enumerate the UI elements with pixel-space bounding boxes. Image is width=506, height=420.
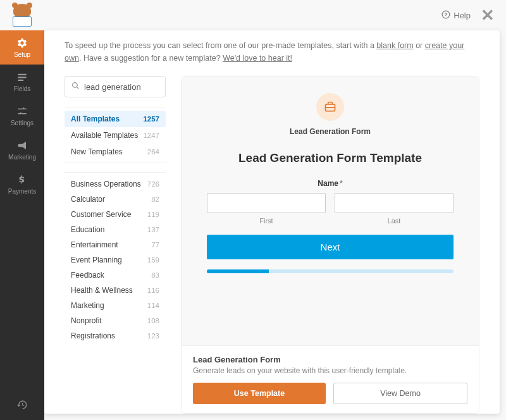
category-count: 82: [151, 195, 159, 203]
blank-form-link[interactable]: blank form: [376, 41, 413, 50]
close-button[interactable]: ✕: [481, 7, 495, 23]
category-label: Health & Wellness: [71, 286, 133, 295]
category-label: Education: [71, 225, 104, 234]
template-badge-label: Lead Generation Form: [290, 127, 371, 136]
category-item[interactable]: Nonprofit108: [65, 313, 166, 328]
fields-icon: [16, 71, 28, 83]
category-item[interactable]: Health & Wellness116: [65, 283, 166, 298]
category-count: 726: [147, 180, 159, 188]
sidebar-item-fields[interactable]: Fields: [0, 65, 44, 99]
svg-point-4: [73, 83, 78, 88]
sidebar-item-label: Settings: [11, 120, 34, 127]
preview-footer-title: Lead Generation Form: [193, 355, 467, 364]
category-label: Calculator: [71, 195, 105, 204]
question-icon: [441, 10, 450, 21]
last-name-input: [335, 193, 454, 213]
megaphone-icon: [16, 139, 28, 152]
topbar: Help ✕: [44, 0, 506, 30]
template-badge-icon: [316, 93, 344, 121]
sidebar-history-button[interactable]: [0, 392, 44, 420]
sidebar-item-settings[interactable]: Settings: [0, 99, 44, 133]
template-title: Lead Generation Form Template: [238, 151, 422, 165]
category-label: Business Operations: [71, 180, 141, 188]
first-name-input: [207, 193, 326, 213]
filter-new-templates[interactable]: New Templates 264: [65, 144, 166, 160]
category-item[interactable]: Marketing114: [65, 298, 166, 313]
category-item[interactable]: Business Operations726: [65, 176, 166, 192]
category-count: 159: [147, 256, 159, 264]
sidebar-item-marketing[interactable]: Marketing: [0, 133, 44, 167]
filter-available-templates[interactable]: Available Templates 1247: [65, 127, 166, 144]
sidebar-item-payments[interactable]: Payments: [0, 167, 44, 201]
svg-rect-1: [18, 77, 27, 78]
field-label: Name*: [318, 179, 342, 188]
category-item[interactable]: Customer Service119: [65, 207, 166, 222]
category-label: Entertainment: [71, 240, 118, 249]
briefcase-icon: [324, 101, 336, 113]
history-icon: [16, 399, 28, 413]
svg-rect-0: [18, 74, 27, 75]
help-label: Help: [454, 11, 471, 20]
search-box[interactable]: [65, 76, 166, 97]
category-count: 83: [151, 271, 159, 279]
progress-bar: [207, 269, 454, 273]
filter-all-templates[interactable]: All Templates 1257: [65, 111, 166, 127]
category-label: Customer Service: [71, 210, 131, 219]
dollar-icon: [16, 173, 28, 186]
intro-text: To speed up the process you can select f…: [44, 30, 500, 71]
category-item[interactable]: Education137: [65, 222, 166, 237]
use-template-button[interactable]: Use Template: [193, 383, 326, 404]
filter-label: New Templates: [71, 147, 123, 156]
category-item[interactable]: Event Planning159: [65, 252, 166, 268]
category-item[interactable]: Calculator82: [65, 192, 166, 207]
category-count: 137: [147, 226, 159, 233]
sidebar-item-label: Payments: [8, 188, 36, 195]
category-count: 123: [147, 332, 159, 340]
templates-sidebar: All Templates 1257 Available Templates 1…: [65, 76, 166, 414]
category-count: 116: [147, 287, 159, 294]
template-preview: Lead Generation Form Lead Generation For…: [181, 76, 479, 414]
sliders-icon: [16, 105, 28, 118]
sidebar-item-label: Fields: [14, 85, 31, 92]
category-label: Marketing: [71, 301, 104, 310]
category-label: Feedback: [71, 271, 104, 280]
sidebar: Setup Fields Settings Marketing Payments: [0, 0, 44, 420]
category-label: Registrations: [71, 331, 115, 340]
view-demo-button[interactable]: View Demo: [333, 383, 467, 404]
help-link[interactable]: Help: [441, 10, 471, 21]
category-count: 108: [147, 317, 159, 324]
search-icon: [71, 81, 80, 92]
filter-label: All Templates: [71, 114, 120, 123]
category-item[interactable]: Feedback83: [65, 268, 166, 283]
category-label: Nonprofit: [71, 316, 102, 325]
app-logo[interactable]: [0, 0, 44, 30]
sidebar-item-label: Setup: [14, 51, 30, 58]
close-icon: ✕: [481, 6, 495, 25]
filter-count: 1247: [143, 132, 159, 139]
preview-footer-desc: Generate leads on your website with this…: [193, 366, 467, 375]
category-label: Event Planning: [71, 256, 122, 264]
sidebar-item-label: Marketing: [8, 154, 36, 161]
filter-label: Available Templates: [71, 131, 138, 140]
suggestion-link[interactable]: We'd love to hear it!: [223, 54, 292, 63]
category-item[interactable]: Registrations123: [65, 328, 166, 343]
template-panel: To speed up the process you can select f…: [44, 30, 500, 414]
search-input[interactable]: [84, 82, 159, 92]
category-count: 119: [147, 211, 159, 218]
first-sublabel: First: [207, 217, 326, 225]
filter-count: 1257: [143, 115, 159, 123]
sidebar-item-setup[interactable]: Setup: [0, 30, 44, 65]
category-count: 114: [147, 302, 159, 309]
last-sublabel: Last: [335, 217, 454, 225]
svg-point-3: [442, 11, 450, 18]
filter-count: 264: [147, 148, 159, 156]
category-item[interactable]: Entertainment77: [65, 237, 166, 252]
gear-icon: [16, 37, 28, 49]
svg-rect-2: [18, 80, 23, 81]
category-count: 77: [151, 241, 159, 249]
next-button: Next: [207, 235, 454, 259]
